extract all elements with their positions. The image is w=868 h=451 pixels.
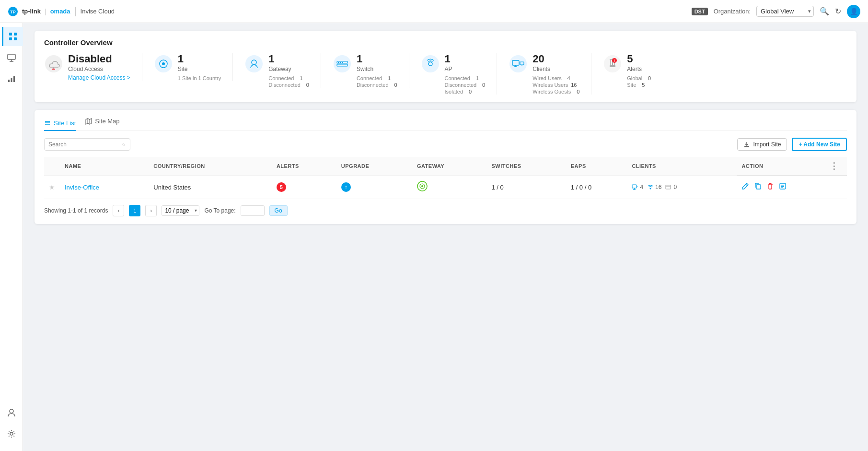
refresh-icon[interactable]: ↻ — [835, 7, 841, 16]
site-icon — [154, 54, 173, 73]
ap-label: AP — [445, 66, 486, 72]
upgrade-badge: ↑ — [341, 182, 351, 192]
col-name: NAME — [60, 157, 149, 176]
clients-cell: 4 16 — [632, 184, 732, 190]
search-icon[interactable]: 🔍 — [820, 7, 829, 16]
svg-rect-3 — [14, 33, 17, 36]
site-name-link[interactable]: Invise-Office — [65, 184, 99, 191]
clients-guests-row: Wireless Guests 0 — [532, 89, 579, 95]
showing-label: Showing 1-1 of 1 records — [44, 207, 108, 214]
overview-title: Controller Overview — [44, 38, 847, 47]
gateway-svg-icon — [245, 55, 263, 73]
cell-upgrade: ↑ — [336, 176, 412, 199]
edit-icon[interactable] — [741, 182, 749, 192]
col-eaps: EAPS — [566, 157, 627, 176]
alerts-site-val: 5 — [639, 82, 645, 88]
brand2-text: omada — [50, 8, 70, 15]
clients-info: 20 Clients Wired Users 4 Wireless Users … — [532, 53, 579, 95]
delete-icon[interactable] — [766, 182, 774, 192]
topbar: TP tp-link | omada Invise Cloud DST Orga… — [0, 0, 868, 23]
switch-sub-stats: Connected 1 Disconnected 0 — [357, 75, 397, 88]
org-select[interactable]: Global View — [756, 6, 814, 17]
export-icon[interactable] — [779, 182, 787, 192]
cell-alerts: 5 — [272, 176, 336, 199]
tab-site-list[interactable]: Site List — [44, 118, 76, 131]
switch-icon — [333, 54, 352, 73]
star-icon[interactable]: ★ — [49, 183, 55, 191]
cell-clients: 4 16 — [627, 176, 737, 199]
col-action: ACTION ⋮ — [737, 157, 847, 176]
layout: Controller Overview Disabled Clo — [0, 23, 868, 451]
clients-wired-row: Wired Users 4 — [532, 75, 579, 81]
page-1-btn[interactable]: 1 — [129, 205, 140, 216]
ap-connected-val: 1 — [473, 75, 479, 81]
add-new-site-label: + Add New Site — [799, 141, 840, 148]
stats-icon — [7, 74, 16, 83]
search-box[interactable] — [44, 138, 130, 151]
next-page-btn[interactable]: › — [145, 205, 157, 216]
svg-point-13 — [10, 432, 13, 435]
gateway-info: 1 Gateway Connected 1 Disconnected 0 — [268, 53, 309, 88]
org-label: Organization: — [714, 8, 751, 15]
dst-badge: DST — [692, 8, 708, 15]
switch-connected-row: Connected 1 — [357, 75, 397, 81]
table-header-row: NAME COUNTRY/REGION ALERTS UPGRADE GATEW… — [44, 157, 847, 176]
ap-sub-stats: Connected 1 Disconnected 0 Isolated 0 — [445, 75, 486, 95]
gateway-disconnected-row: Disconnected 0 — [268, 82, 309, 88]
sidebar-item-user[interactable] — [2, 403, 21, 422]
import-site-button[interactable]: Import Site — [737, 138, 787, 151]
svg-rect-50 — [744, 146, 749, 147]
svg-rect-26 — [340, 62, 341, 63]
table-row: ★ Invise-Office United States 5 ↑ — [44, 176, 847, 199]
ap-isolated-val: 0 — [466, 89, 472, 95]
svg-point-28 — [422, 55, 439, 72]
per-page-wrapper[interactable]: 10 / page 20 / page 50 / page — [162, 205, 199, 216]
svg-rect-11 — [13, 76, 15, 82]
avatar[interactable]: 👤 — [847, 5, 860, 18]
clients-svg-icon — [509, 55, 527, 73]
ap-isolated-label: Isolated — [445, 89, 463, 95]
overview-card: Controller Overview Disabled Clo — [35, 31, 856, 102]
add-new-site-button[interactable]: + Add New Site — [792, 138, 847, 151]
cloud-access-icon — [45, 55, 63, 73]
prev-page-btn[interactable]: ‹ — [113, 205, 124, 216]
org-selector[interactable]: Global View — [756, 6, 814, 17]
cell-eaps: 1 / 0 / 0 — [566, 176, 627, 199]
sidebar-item-monitor[interactable] — [2, 48, 21, 67]
svg-point-20 — [245, 55, 263, 72]
gateway-label: Gateway — [268, 66, 309, 72]
clients-sub-stats: Wired Users 4 Wireless Users 16 Wireless… — [532, 75, 579, 95]
sidebar-item-home[interactable] — [2, 27, 23, 46]
more-menu-btn[interactable]: ⋮ — [826, 161, 843, 171]
logo-area: TP tp-link | omada — [8, 6, 70, 17]
svg-rect-9 — [8, 80, 10, 82]
stat-site: 1 Site 1 Site in 1 Country — [142, 53, 233, 81]
site-info: 1 Site 1 Site in 1 Country — [178, 53, 221, 81]
sidebar-item-stats[interactable] — [2, 69, 21, 88]
switch-disconnected-val: 0 — [392, 82, 397, 88]
manage-cloud-link[interactable]: Manage Cloud Access > — [68, 74, 130, 81]
gateway-status-icon — [417, 184, 428, 193]
sidebar-item-settings[interactable] — [2, 424, 21, 443]
copy-icon[interactable] — [754, 182, 762, 192]
switch-info: 1 Switch Connected 1 Disconnected 0 — [357, 53, 397, 88]
svg-point-48 — [123, 143, 125, 145]
gateway-connected-val: 1 — [297, 75, 302, 81]
per-page-select[interactable]: 10 / page 20 / page 50 / page — [162, 205, 199, 216]
map-icon — [85, 118, 92, 125]
ap-disconnected-label: Disconnected — [445, 82, 477, 88]
edit-svg-icon — [741, 182, 749, 190]
cell-switches: 1 / 0 — [487, 176, 566, 199]
ap-disconnected-val: 0 — [479, 82, 485, 88]
goto-input[interactable] — [241, 205, 265, 216]
tab-site-map[interactable]: Site Map — [85, 118, 119, 127]
svg-point-22 — [334, 55, 351, 72]
alert-count-badge: 5 — [277, 182, 286, 192]
switch-number: 1 — [357, 53, 397, 65]
guest-clients-group: 0 — [665, 184, 677, 190]
list-icon — [44, 119, 51, 126]
search-input[interactable] — [48, 141, 120, 148]
cloud-label: Cloud Access — [68, 66, 130, 72]
goto-btn[interactable]: Go — [269, 205, 288, 216]
svg-point-58 — [650, 188, 651, 190]
